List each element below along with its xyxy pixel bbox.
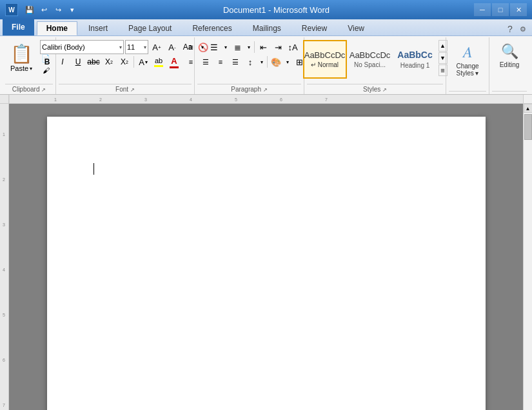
- style-normal[interactable]: AaBbCcDc ↵ Normal: [303, 40, 347, 79]
- subscript-button[interactable]: X2: [102, 55, 116, 69]
- tab-insert[interactable]: Insert: [79, 21, 117, 35]
- justify-button[interactable]: ☰: [228, 55, 242, 69]
- svg-text:6: 6: [3, 358, 5, 362]
- change-styles-button[interactable]: 𝐴 ChangeStyles ▾: [449, 40, 486, 80]
- align-right-button[interactable]: ≡: [213, 55, 228, 69]
- underline-button[interactable]: U: [71, 55, 85, 69]
- svg-text:7: 7: [325, 97, 328, 102]
- svg-text:1: 1: [3, 132, 5, 137]
- style-normal-name: ↵ Normal: [311, 61, 339, 68]
- line-spacing-button[interactable]: ↕: [243, 55, 257, 69]
- paste-button[interactable]: 📋 Paste ▾: [5, 40, 37, 77]
- highlight-color-bar: [154, 65, 163, 67]
- document-page[interactable]: [47, 117, 486, 410]
- sort-button[interactable]: ↕A: [286, 40, 300, 54]
- bullets-dropdown[interactable]: ▾: [199, 40, 206, 54]
- numbering-button[interactable]: ☰: [207, 40, 221, 54]
- font-color-bar: [170, 66, 179, 68]
- multilevel-dropdown[interactable]: ▾: [245, 40, 253, 54]
- superscript-button[interactable]: X2: [117, 55, 132, 69]
- svg-text:5: 5: [235, 97, 237, 102]
- ruler-h-row: 1 2 3 4 5 6 7: [0, 95, 532, 104]
- scroll-track[interactable]: [524, 113, 532, 410]
- bold-button[interactable]: B: [40, 55, 54, 69]
- paragraph-group-content: ≡ ▾ ☰ ▾ ≣ ▾ ⇤ ⇥ ↕A ¶ ≡ ☰ ≡ ☰ ↕: [184, 39, 315, 83]
- svg-text:3: 3: [3, 222, 5, 227]
- tab-mailings[interactable]: Mailings: [243, 21, 291, 35]
- svg-text:2: 2: [3, 177, 5, 182]
- ruler-corner: [0, 95, 9, 104]
- paragraph-group: ≡ ▾ ☰ ▾ ≣ ▾ ⇤ ⇥ ↕A ¶ ≡ ☰ ≡ ☰ ↕: [195, 37, 304, 94]
- decrease-indent-button[interactable]: ⇤: [256, 40, 270, 54]
- style-heading1-name: Heading 1: [400, 62, 430, 69]
- tab-home[interactable]: Home: [37, 21, 77, 35]
- paragraph-label: Paragraph ↗: [197, 84, 301, 94]
- font-size-value: 11: [127, 43, 135, 51]
- svg-text:3: 3: [144, 97, 147, 102]
- save-button[interactable]: 💾: [23, 3, 36, 16]
- editing-content: 🔍 Editing: [492, 39, 527, 90]
- text-effects-button[interactable]: A ▾: [136, 55, 150, 69]
- font-label: Font ↗: [59, 84, 192, 94]
- numbering-dropdown[interactable]: ▾: [222, 40, 230, 54]
- font-color-button[interactable]: A: [167, 55, 181, 69]
- tab-page-layout[interactable]: Page Layout: [119, 21, 181, 35]
- shading-dropdown[interactable]: ▾: [284, 55, 291, 69]
- grow-font-button[interactable]: A+: [150, 40, 164, 54]
- style-heading1[interactable]: AaBbCc Heading 1: [393, 40, 437, 79]
- tab-references[interactable]: References: [182, 21, 241, 35]
- style-no-spacing-name: No Spaci...: [354, 61, 386, 68]
- vertical-scrollbar: ▲ ▼: [523, 104, 532, 410]
- tab-file[interactable]: File: [3, 19, 34, 35]
- svg-text:5: 5: [3, 313, 5, 317]
- change-styles-group-label: [449, 91, 486, 94]
- multilevel-button[interactable]: ≣: [230, 40, 244, 54]
- svg-text:1: 1: [54, 97, 57, 102]
- scroll-thumb[interactable]: [524, 114, 532, 140]
- highlight-color-button[interactable]: ab: [152, 55, 166, 69]
- increase-indent-button[interactable]: ⇥: [271, 40, 285, 54]
- shrink-font-button[interactable]: A-: [165, 40, 179, 54]
- close-button[interactable]: ✕: [510, 3, 527, 16]
- line-spacing-dropdown[interactable]: ▾: [258, 55, 266, 69]
- redo-button[interactable]: ↪: [52, 3, 64, 16]
- paste-dropdown-arrow: ▾: [30, 66, 32, 72]
- highlight-icon: ab: [155, 57, 163, 64]
- align-center-button[interactable]: ☰: [199, 55, 213, 69]
- help-button[interactable]: ?: [504, 23, 517, 35]
- tab-view[interactable]: View: [338, 21, 374, 35]
- restore-button[interactable]: □: [492, 3, 509, 16]
- main-area: 1 2 3 4 5 6 7 1 2 3 4 5 6 7: [0, 95, 532, 410]
- italic-button[interactable]: I: [55, 55, 70, 69]
- page-scroll-area[interactable]: [9, 104, 523, 410]
- customize-quick-access-button[interactable]: ▾: [66, 3, 79, 16]
- tab-review[interactable]: Review: [292, 21, 337, 35]
- ruler-v-marks: 1 2 3 4 5 6 7: [0, 104, 9, 410]
- shading-button[interactable]: 🎨: [269, 55, 283, 69]
- editing-button[interactable]: 🔍 Editing: [492, 40, 527, 72]
- font-dropdown-arrow: ▾: [119, 44, 122, 50]
- align-left-button[interactable]: ≡: [184, 55, 198, 69]
- text-effects-dropdown: ▾: [145, 59, 148, 65]
- style-no-spacing[interactable]: AaBbCcDc No Spaci...: [348, 40, 392, 79]
- strikethrough-button[interactable]: abc: [86, 55, 101, 69]
- svg-rect-0: [9, 95, 523, 104]
- svg-rect-9: [0, 104, 9, 410]
- font-size-selector[interactable]: 11 ▾: [125, 40, 148, 54]
- page-centering: [9, 104, 523, 410]
- bullets-button[interactable]: ≡: [184, 40, 198, 54]
- scroll-up-button[interactable]: ▲: [524, 104, 533, 113]
- editing-group-label: [492, 91, 527, 94]
- font-name-selector[interactable]: Calibri (Body) ▾: [40, 40, 124, 54]
- ribbon-options-button[interactable]: ⚙: [517, 23, 529, 35]
- change-styles-label: ChangeStyles ▾: [456, 63, 478, 77]
- style-heading1-preview: AaBbCc: [397, 50, 432, 61]
- word-icon: W: [5, 3, 18, 16]
- svg-text:4: 4: [3, 268, 5, 272]
- text-effects-icon: A: [139, 57, 144, 67]
- ribbon-content: 📋 Paste ▾ ✂ 📄 🖌 Clipboard ↗: [0, 36, 532, 94]
- minimize-button[interactable]: ─: [474, 3, 491, 16]
- clipboard-label: Clipboard ↗: [5, 84, 53, 94]
- para-sep-2: [267, 56, 268, 68]
- undo-button[interactable]: ↩: [37, 3, 50, 16]
